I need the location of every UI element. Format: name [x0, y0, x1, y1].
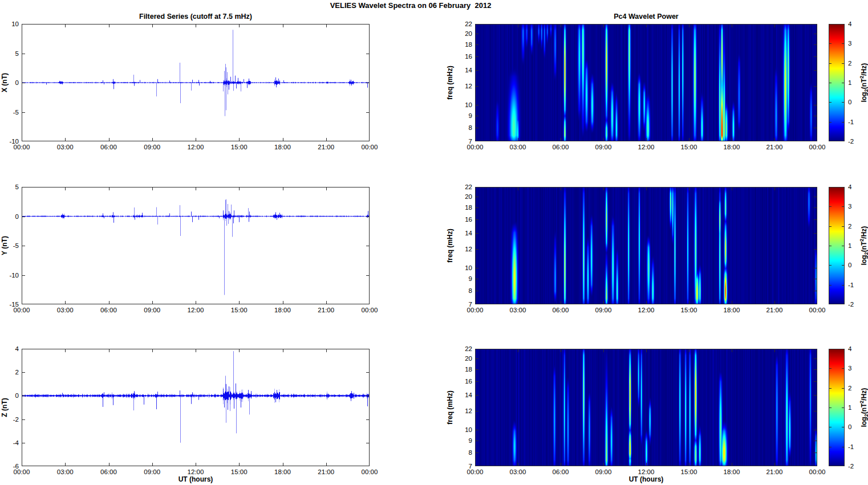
freq-tick-label: 10: [465, 101, 472, 108]
freq-tick-label: 9: [469, 437, 472, 444]
x-tick-label: 18:00: [274, 468, 291, 475]
x-tick-label: 12:00: [638, 144, 655, 150]
x-tick-label: 00:00: [809, 468, 826, 475]
z-wavelet-panel: freq (mHz) UT (hours) 00:0003:0006:0009:…: [475, 349, 817, 466]
cb-label-mid: (nT: [860, 79, 868, 89]
x-tick-label: 15:00: [231, 144, 248, 150]
colorbar-tick-label: 2: [848, 223, 851, 230]
right-x-axis-label: UT (hours): [475, 475, 817, 483]
x-tick-label: 18:00: [724, 144, 740, 150]
y-wavelet-ylabel: freq (mHz): [446, 229, 454, 262]
x-tick-label: 09:00: [144, 468, 160, 475]
x-series-ylabel: X (nT): [1, 73, 9, 92]
freq-tick-label: 16: [465, 378, 472, 385]
y-tick-label: -5: [13, 109, 19, 116]
y-tick-label: -10: [9, 138, 19, 145]
y-tick-label: -6: [13, 463, 19, 470]
z-series-panel: Z (nT) UT (hours) 00:0003:0006:0009:0012…: [22, 349, 370, 466]
freq-tick-label: 12: [465, 83, 472, 89]
colorbar-tick-label: 0: [848, 99, 851, 105]
y-tick-label: -5: [13, 242, 19, 249]
freq-tick-label: 9: [469, 275, 472, 282]
colorbar-tick-label: 3: [848, 203, 851, 210]
y-series-plot-canvas: [22, 187, 370, 304]
y-tick-label: 5: [15, 50, 19, 57]
x-tick-label: 15:00: [681, 468, 697, 475]
z-series-ylabel: Z (nT): [1, 398, 9, 417]
freq-tick-label: 7: [469, 463, 472, 470]
freq-tick-label: 16: [465, 216, 472, 223]
x-tick-label: 06:00: [100, 144, 117, 150]
y-tick-label: -4: [13, 439, 19, 446]
freq-tick-label: 8: [469, 287, 472, 294]
z-wavelet-canvas: [475, 349, 817, 466]
freq-tick-label: 12: [465, 246, 472, 252]
x-tick-label: 12:00: [638, 307, 655, 313]
x-tick-label: 15:00: [231, 307, 248, 313]
cb-label-sub: 2: [863, 252, 868, 255]
colorbar-bottom-label: log2(nT2/Hz): [859, 388, 868, 427]
x-tick-label: 18:00: [274, 144, 291, 150]
cb-label-suffix: /Hz): [860, 226, 868, 239]
freq-tick-label: 18: [465, 204, 472, 211]
x-tick-label: 18:00: [724, 468, 740, 475]
freq-tick-label: 14: [465, 392, 472, 398]
y-tick-label: 0: [15, 79, 19, 86]
cb-label-prefix: log: [860, 92, 868, 102]
x-tick-label: 03:00: [510, 144, 526, 150]
colorbar-tick-label: 2: [848, 60, 851, 67]
x-tick-label: 09:00: [595, 468, 612, 475]
x-tick-label: 12:00: [188, 307, 204, 313]
freq-tick-label: 18: [465, 366, 472, 373]
x-tick-label: 00:00: [362, 307, 378, 313]
freq-tick-label: 7: [469, 138, 472, 145]
colorbar-tick-label: -2: [848, 463, 854, 470]
colorbar-tick-label: 4: [848, 184, 851, 190]
cb-label-suffix: /Hz): [860, 63, 868, 76]
y-tick-label: -15: [9, 301, 19, 308]
cb-label-sup: 2: [859, 401, 865, 404]
x-tick-label: 15:00: [231, 468, 248, 475]
x-tick-label: 18:00: [274, 307, 291, 313]
x-tick-label: 03:00: [57, 468, 74, 475]
x-tick-label: 09:00: [595, 307, 612, 313]
freq-tick-label: 14: [465, 67, 472, 74]
cb-label-mid: (nT: [860, 404, 868, 414]
freq-tick-label: 16: [465, 53, 472, 60]
freq-tick-label: 10: [465, 426, 472, 433]
x-tick-label: 18:00: [724, 307, 740, 313]
cb-label-mid: (nT: [860, 242, 868, 252]
colorbar-tick-label: 4: [848, 345, 851, 352]
freq-tick-label: 20: [465, 30, 472, 37]
x-tick-label: 09:00: [144, 144, 160, 150]
freq-tick-label: 12: [465, 407, 472, 414]
colorbar-tick-label: -1: [848, 119, 854, 125]
x-tick-label: 21:00: [318, 307, 334, 313]
colorbar-tick-label: 0: [848, 423, 851, 430]
y-series-ylabel: Y (nT): [1, 236, 9, 255]
y-series-panel: Y (nT) 00:0003:0006:0009:0012:0015:0018:…: [22, 187, 370, 304]
colorbar-middle-canvas: [829, 187, 845, 304]
left-x-axis-label: UT (hours): [22, 475, 370, 483]
x-tick-label: 00:00: [809, 307, 826, 313]
x-tick-label: 06:00: [553, 468, 569, 475]
x-tick-label: 03:00: [57, 144, 74, 150]
colorbar-bottom: log2(nT2/Hz) 43210-1-2: [829, 349, 845, 466]
colorbar-top-canvas: [829, 24, 845, 141]
colorbar-bottom-canvas: [829, 349, 845, 466]
figure: VELIES Wavelet Spectra on 06 February 20…: [0, 0, 868, 485]
y-wavelet-panel: freq (mHz) 00:0003:0006:0009:0012:0015:0…: [475, 187, 817, 304]
cb-label-sub: 2: [863, 414, 868, 417]
freq-tick-label: 8: [469, 449, 472, 456]
y-tick-label: 4: [15, 345, 19, 352]
x-tick-label: 03:00: [510, 468, 526, 475]
freq-tick-label: 22: [465, 345, 472, 352]
colorbar-tick-label: 1: [848, 79, 851, 86]
y-tick-label: -10: [9, 272, 19, 279]
colorbar-tick-label: 3: [848, 365, 851, 372]
x-tick-label: 03:00: [57, 307, 74, 313]
y-tick-label: -2: [13, 416, 19, 423]
colorbar-tick-label: 2: [848, 385, 851, 392]
x-tick-label: 12:00: [188, 468, 204, 475]
wavelet-title: Pc4 Wavelet Power: [475, 13, 817, 21]
